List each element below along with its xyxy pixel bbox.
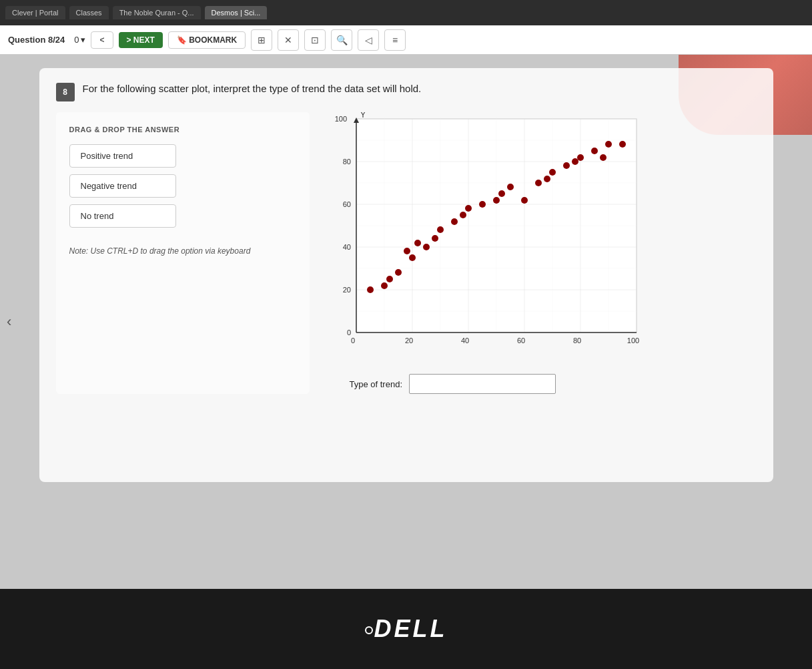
svg-text:100: 100 — [334, 115, 346, 123]
dell-logo: DELL — [365, 615, 448, 643]
svg-point-55 — [507, 184, 514, 190]
svg-point-42 — [395, 269, 402, 276]
question-header: 8 For the following scatter plot, interp… — [56, 81, 757, 101]
svg-point-47 — [432, 235, 438, 242]
question-text: For the following scatter plot, interpre… — [83, 81, 422, 97]
prev-button[interactable]: < — [91, 31, 113, 49]
next-button[interactable]: > NEXT — [119, 32, 163, 48]
svg-point-56 — [521, 197, 528, 204]
svg-point-50 — [460, 212, 466, 218]
svg-point-41 — [386, 276, 393, 282]
svg-text:60: 60 — [342, 200, 350, 208]
dell-circle-icon — [365, 626, 373, 634]
svg-text:0: 0 — [346, 328, 350, 337]
grid-icon-button[interactable]: ⊞ — [251, 29, 272, 51]
menu-icon: ≡ — [392, 35, 398, 45]
type-of-trend-input[interactable] — [409, 374, 556, 394]
svg-text:60: 60 — [516, 337, 524, 345]
option-positive-trend[interactable]: Positive trend — [69, 144, 176, 168]
browser-tab-clever[interactable]: Clever | Portal — [5, 6, 65, 19]
question-body: DRAG & DROP THE ANSWER Positive trend Ne… — [56, 112, 757, 394]
expand-icon-button[interactable]: ⊡ — [304, 29, 326, 51]
search-icon-button[interactable]: 🔍 — [331, 29, 352, 51]
option-no-trend[interactable]: No trend — [69, 204, 176, 228]
score-display: 0 ▾ — [74, 35, 85, 45]
svg-point-57 — [535, 180, 542, 186]
close-icon-button[interactable]: ✕ — [278, 29, 299, 51]
svg-text:40: 40 — [342, 243, 350, 251]
svg-point-39 — [367, 286, 374, 293]
option-negative-trend[interactable]: Negative trend — [69, 174, 176, 198]
svg-point-44 — [409, 254, 416, 261]
svg-point-40 — [381, 282, 388, 289]
svg-point-61 — [572, 158, 578, 165]
question-number-box: 8 — [56, 83, 75, 101]
svg-point-58 — [544, 176, 550, 182]
svg-point-66 — [619, 141, 626, 148]
expand-icon: ⊡ — [311, 35, 319, 45]
type-of-trend-label: Type of trend: — [350, 379, 403, 389]
search-icon: 🔍 — [336, 35, 348, 45]
type-of-trend-row: Type of trend: — [350, 374, 556, 394]
svg-text:100: 100 — [627, 337, 639, 345]
svg-point-64 — [600, 154, 606, 161]
svg-point-46 — [423, 244, 430, 250]
browser-tab-quran[interactable]: The Noble Quran - Q... — [113, 6, 201, 19]
svg-point-51 — [465, 205, 472, 212]
browser-tab-classes[interactable]: Classes — [69, 6, 109, 19]
svg-point-45 — [414, 240, 421, 246]
toolbar: Question 8/24 0 ▾ < > NEXT 🔖 BOOKMARK ⊞ … — [0, 25, 812, 55]
svg-text:0: 0 — [350, 337, 354, 345]
close-icon: ✕ — [284, 35, 292, 45]
question-card: 8 For the following scatter plot, interp… — [39, 68, 773, 482]
svg-point-48 — [437, 226, 444, 233]
svg-point-60 — [563, 162, 570, 169]
svg-text:80: 80 — [342, 158, 350, 166]
grid-icon: ⊞ — [258, 35, 266, 45]
left-nav-arrow[interactable]: ‹ — [7, 313, 11, 330]
question-counter: Question 8/24 — [8, 35, 65, 45]
svg-text:80: 80 — [572, 337, 580, 345]
answer-panel: DRAG & DROP THE ANSWER Positive trend Ne… — [56, 112, 310, 394]
browser-bar: Clever | Portal Classes The Noble Quran … — [0, 0, 812, 25]
menu-icon-button[interactable]: ≡ — [384, 29, 406, 51]
svg-point-53 — [493, 197, 500, 204]
drag-drop-label: DRAG & DROP THE ANSWER — [69, 126, 296, 134]
svg-text:Y: Y — [360, 112, 366, 120]
svg-point-49 — [451, 218, 458, 225]
scatter-chart: Y 0 20 40 60 80 100 0 20 40 — [330, 112, 650, 366]
share-icon-button[interactable]: ◁ — [358, 29, 379, 51]
svg-point-65 — [605, 141, 612, 148]
svg-point-59 — [549, 169, 556, 176]
svg-point-62 — [577, 154, 584, 161]
bookmark-button[interactable]: 🔖 BOOKMARK — [168, 31, 246, 49]
chart-container: Y 0 20 40 60 80 100 0 20 40 — [330, 112, 650, 366]
chart-panel: Y 0 20 40 60 80 100 0 20 40 — [330, 112, 757, 394]
bottom-area: DELL — [0, 589, 812, 669]
svg-text:40: 40 — [460, 337, 468, 345]
keyboard-note: Note: Use CTRL+D to drag the option via … — [69, 246, 296, 256]
svg-point-63 — [591, 148, 598, 154]
svg-point-43 — [404, 248, 410, 254]
main-content: ‹ 8 For the following scatter plot, inte… — [0, 55, 812, 589]
browser-tab-desmos[interactable]: Desmos | Sci... — [205, 6, 268, 19]
svg-text:20: 20 — [342, 286, 350, 294]
svg-point-54 — [498, 190, 505, 197]
svg-point-52 — [479, 201, 486, 208]
share-icon: ◁ — [365, 35, 372, 45]
svg-text:20: 20 — [404, 337, 412, 345]
